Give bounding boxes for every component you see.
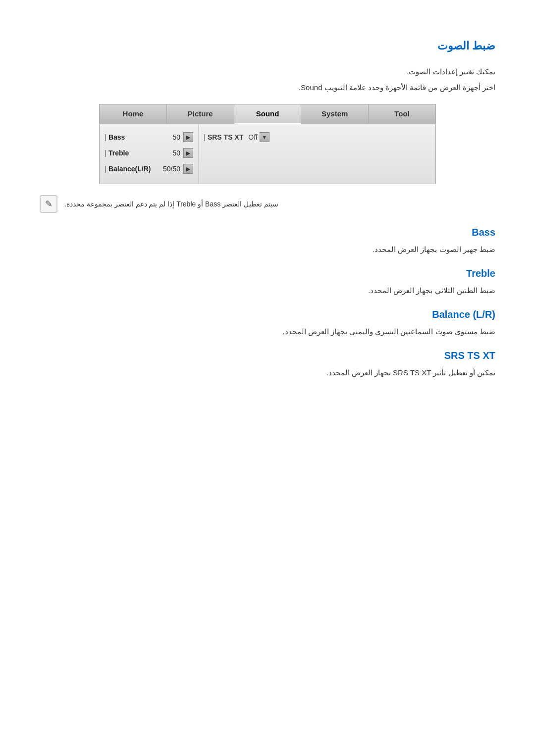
menu-tabs: Home Picture Sound System Tool xyxy=(100,104,435,124)
intro-text: يمكنك تغيير إعدادات الصوت. xyxy=(40,67,495,76)
page-container: ضبط الصوت يمكنك تغيير إعدادات الصوت. اخت… xyxy=(0,0,535,756)
instruction-text: اختر أجهزة العرض من قائمة الأجهزة وحدد ع… xyxy=(40,83,495,92)
treble-label: Treble xyxy=(105,149,169,157)
tab-sound[interactable]: Sound xyxy=(234,104,302,124)
bass-label: Bass xyxy=(105,133,169,141)
note-section: سيتم تعطيل العنصر Bass أو Treble إذا لم … xyxy=(40,195,495,213)
menu-left-panel: Bass 50 ▶ Treble 50 ▶ Balance(L/R) 50/50… xyxy=(100,124,199,184)
srs-heading: SRS TS XT xyxy=(40,350,495,361)
tab-system[interactable]: System xyxy=(301,104,369,124)
menu-container: Home Picture Sound System Tool Bass 50 ▶… xyxy=(99,104,436,184)
treble-desc: ضبط الطنين الثلاثي بجهاز العرض المحدد. xyxy=(40,286,495,295)
balance-label: Balance(L/R) xyxy=(105,165,160,173)
treble-value: 50 xyxy=(172,149,180,157)
balance-heading: Balance (L/R) xyxy=(40,309,495,320)
srs-dropdown[interactable]: ▼ xyxy=(260,132,269,142)
srs-item: SRS TS XT Off ▼ xyxy=(199,129,435,145)
menu-right-panel: SRS TS XT Off ▼ xyxy=(199,124,435,184)
menu-content: Bass 50 ▶ Treble 50 ▶ Balance(L/R) 50/50… xyxy=(100,124,435,184)
page-title: ضبط الصوت xyxy=(40,40,495,52)
balance-arrow[interactable]: ▶ xyxy=(183,164,193,174)
tab-tool[interactable]: Tool xyxy=(369,104,435,124)
srs-label: SRS TS XT xyxy=(204,133,243,141)
tab-home[interactable]: Home xyxy=(100,104,167,124)
note-icon: ✎ xyxy=(40,195,57,213)
balance-value: 50/50 xyxy=(163,165,180,173)
note-text: سيتم تعطيل العنصر Bass أو Treble إذا لم … xyxy=(64,200,278,208)
bass-desc: ضبط جهير الصوت بجهاز العرض المحدد. xyxy=(40,245,495,254)
srs-value: Off xyxy=(248,133,257,141)
srs-desc: تمكين أو تعطيل تأثير SRS TS XT بجهاز الع… xyxy=(40,368,495,377)
bass-heading: Bass xyxy=(40,227,495,238)
bass-arrow[interactable]: ▶ xyxy=(183,132,193,142)
bass-item: Bass 50 ▶ xyxy=(100,129,198,145)
pencil-icon: ✎ xyxy=(45,199,53,209)
treble-arrow[interactable]: ▶ xyxy=(183,148,193,158)
bass-value: 50 xyxy=(172,133,180,141)
treble-heading: Treble xyxy=(40,268,495,279)
balance-desc: ضبط مستوى صوت السماعتين اليسرى واليمنى ب… xyxy=(40,327,495,336)
balance-item: Balance(L/R) 50/50 ▶ xyxy=(100,161,198,177)
treble-item: Treble 50 ▶ xyxy=(100,145,198,161)
tab-picture[interactable]: Picture xyxy=(167,104,234,124)
